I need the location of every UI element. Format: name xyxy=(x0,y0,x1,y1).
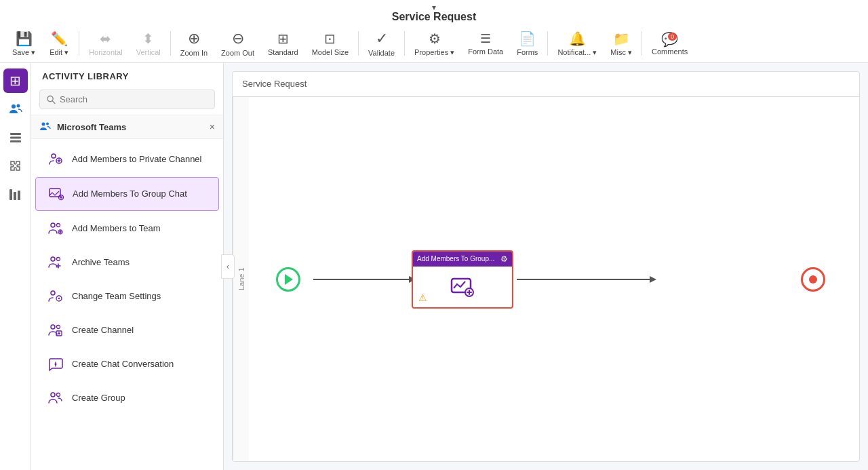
misc-button[interactable]: 📁 Misc ▾ xyxy=(604,28,639,60)
sidebar-collapse-button[interactable]: ‹ xyxy=(221,254,235,279)
separator-5 xyxy=(547,31,548,56)
title-bar: ▾ Service Request xyxy=(0,0,868,24)
save-icon: 💾 xyxy=(16,31,33,47)
nav-list-icon[interactable] xyxy=(3,125,28,150)
svg-rect-5 xyxy=(9,189,12,200)
svg-rect-4 xyxy=(10,140,21,142)
svg-point-32 xyxy=(51,325,55,329)
flow-end-node[interactable] xyxy=(801,267,825,292)
activity-create-group[interactable]: Create Group xyxy=(35,382,219,414)
canvas-lane: Lane 1 Add Members To Group... xyxy=(233,96,859,461)
canvas-container: Service Request Lane 1 Add M xyxy=(232,71,860,462)
standard-label: Standard xyxy=(268,48,298,56)
activity-create-channel[interactable]: Create Channel xyxy=(35,314,219,347)
form-data-label: Form Data xyxy=(468,47,503,56)
save-label: Save ▾ xyxy=(12,48,35,57)
svg-rect-6 xyxy=(14,192,16,200)
toolbar: 💾 Save ▾ ✏️ Edit ▾ ⬌ Horizontal ⬍ Vertic… xyxy=(0,24,868,62)
flow-start-node[interactable] xyxy=(276,267,300,292)
canvas-title: Service Request xyxy=(242,79,307,89)
activity-change-settings[interactable]: Change Team Settings xyxy=(35,280,219,313)
warning-icon: ⚠ xyxy=(418,292,427,303)
horizontal-button[interactable]: ⬌ Horizontal xyxy=(82,28,130,59)
nav-puzzle-icon[interactable] xyxy=(3,154,28,178)
activity-node-header: Add Members To Group... ⚙ xyxy=(413,252,512,267)
activity-change-settings-label: Change Team Settings xyxy=(72,291,161,302)
activity-archive-teams-label: Archive Teams xyxy=(72,257,130,269)
model-size-button[interactable]: ⊡ Model Size xyxy=(305,28,355,59)
activity-add-private-label: Add Members to Private Channel xyxy=(72,154,201,165)
zoom-out-button[interactable]: ⊖ Zoom Out xyxy=(214,27,261,60)
edit-label: Edit ▾ xyxy=(50,48,68,57)
separator-1 xyxy=(79,31,79,56)
svg-point-33 xyxy=(57,326,60,329)
svg-point-12 xyxy=(52,154,56,158)
form-data-icon: ☰ xyxy=(480,31,491,46)
misc-icon: 📁 xyxy=(613,31,630,47)
horizontal-label: Horizontal xyxy=(89,48,123,56)
page-title: Service Request xyxy=(392,11,477,23)
separator-3 xyxy=(358,31,359,56)
activity-create-group-label: Create Group xyxy=(72,393,125,404)
comments-button[interactable]: 💬 0 Comments xyxy=(645,28,694,58)
activity-add-group-chat[interactable]: Add Members To Group Chat xyxy=(35,177,219,211)
validate-icon: ✓ xyxy=(376,30,388,47)
notifications-button[interactable]: 🔔 Notificat... ▾ xyxy=(551,28,604,60)
comments-badge: 0 xyxy=(668,33,677,41)
nav-home-icon[interactable]: ⊞ xyxy=(3,68,28,93)
properties-icon: ⚙ xyxy=(429,31,441,47)
properties-label: Properties ▾ xyxy=(414,48,454,57)
separator-4 xyxy=(404,31,405,56)
notifications-icon: 🔔 xyxy=(569,31,586,47)
standard-button[interactable]: ⊞ Standard xyxy=(261,28,305,59)
horizontal-icon: ⬌ xyxy=(100,31,111,47)
forms-button[interactable]: 📄 Forms xyxy=(510,28,545,59)
activity-add-private-channel[interactable]: Add Members to Private Channel xyxy=(35,143,219,176)
validate-label: Validate xyxy=(368,49,395,57)
svg-point-26 xyxy=(57,258,60,261)
nav-teams-icon[interactable] xyxy=(3,97,28,121)
create-chat-icon xyxy=(46,355,65,374)
main-layout: ⊞ xyxy=(0,63,868,470)
validate-button[interactable]: ✓ Validate xyxy=(361,27,401,60)
change-settings-icon xyxy=(46,287,65,306)
svg-point-1 xyxy=(16,104,20,108)
zoom-out-label: Zoom Out xyxy=(221,49,254,57)
zoom-in-button[interactable]: ⊕ Zoom In xyxy=(174,27,214,60)
vertical-button[interactable]: ⬍ Vertical xyxy=(130,28,167,59)
add-private-icon xyxy=(46,150,65,169)
panel-close-button[interactable]: × xyxy=(210,121,215,132)
teams-panel-icon xyxy=(39,121,52,133)
misc-label: Misc ▾ xyxy=(610,48,632,57)
nav-bars-icon[interactable] xyxy=(3,182,28,207)
forms-icon: 📄 xyxy=(519,31,536,47)
form-data-button[interactable]: ☰ Form Data xyxy=(461,28,510,58)
activity-node-gear-icon[interactable]: ⚙ xyxy=(500,254,508,264)
search-bar[interactable] xyxy=(39,90,215,109)
svg-point-25 xyxy=(51,257,55,261)
activity-create-chat[interactable]: Create Chat Conversation xyxy=(35,348,219,380)
svg-point-29 xyxy=(51,291,55,295)
edit-icon: ✏️ xyxy=(51,31,68,47)
svg-point-10 xyxy=(42,123,45,126)
lane-content: Add Members To Group... ⚙ ⚠ xyxy=(249,97,859,461)
activity-create-channel-label: Create Channel xyxy=(72,325,134,336)
panel-header: Microsoft Teams × xyxy=(31,115,223,139)
create-channel-icon xyxy=(46,321,65,340)
svg-point-31 xyxy=(58,298,60,299)
chevron-down-icon[interactable]: ▾ xyxy=(432,3,436,12)
search-icon xyxy=(47,95,56,104)
model-size-icon: ⊡ xyxy=(324,31,336,47)
activity-node[interactable]: Add Members To Group... ⚙ ⚠ xyxy=(412,250,513,309)
activity-add-team[interactable]: Add Members to Team xyxy=(35,212,219,245)
flow-arrow-2 xyxy=(517,279,652,280)
edit-button[interactable]: ✏️ Edit ▾ xyxy=(42,28,76,60)
left-nav: ⊞ xyxy=(0,63,31,470)
properties-button[interactable]: ⚙ Properties ▾ xyxy=(408,28,461,60)
activity-create-chat-label: Create Chat Conversation xyxy=(72,359,174,370)
activity-node-body: ⚠ xyxy=(413,267,512,307)
search-input[interactable] xyxy=(60,94,208,104)
activity-archive-teams[interactable]: Archive Teams xyxy=(35,246,219,279)
svg-rect-7 xyxy=(18,191,20,200)
save-button[interactable]: 💾 Save ▾ xyxy=(5,28,42,60)
